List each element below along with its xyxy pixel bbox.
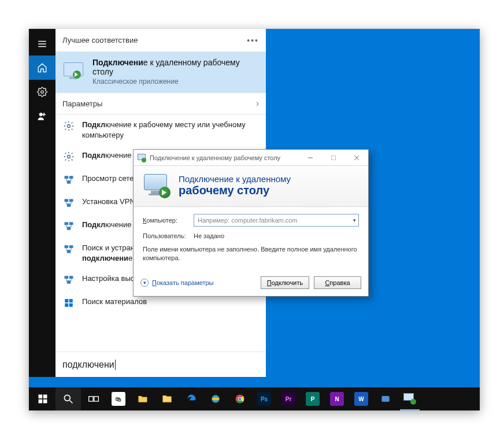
svg-point-51 — [64, 395, 70, 401]
net-icon — [62, 243, 75, 256]
dialog-titlebar[interactable]: Подключение к удаленному рабочему столу — [134, 150, 368, 166]
svg-rect-21 — [65, 222, 69, 225]
gear-icon — [62, 150, 75, 163]
result-item[interactable]: Подключение к рабочему месту или учебном… — [55, 114, 266, 145]
tool-app[interactable] — [373, 387, 398, 410]
svg-rect-54 — [94, 397, 99, 401]
rdc-icon — [62, 61, 86, 82]
rdc-small-icon — [137, 153, 146, 162]
ie-app[interactable] — [203, 387, 228, 410]
expand-icon: ▾ — [140, 279, 149, 287]
text-caret — [115, 360, 116, 370]
computer-combobox[interactable]: Например: computer.fabrikam.com ▾ — [194, 214, 359, 227]
svg-rect-23 — [67, 227, 71, 230]
publisher-app[interactable]: P — [301, 387, 325, 410]
taskbar: 🛍 Ps Pr P N W — [29, 387, 480, 410]
photoshop-app[interactable]: Ps — [252, 387, 276, 410]
connect-button[interactable]: Подключить — [261, 276, 309, 289]
desktop-frame: Лучшее соответствие ••• Подключение к уд… — [29, 29, 480, 410]
taskview-button[interactable] — [81, 387, 106, 410]
svg-rect-29 — [67, 250, 71, 253]
rdc-large-icon — [143, 173, 171, 198]
svg-rect-11 — [67, 181, 71, 184]
folder-app[interactable] — [131, 387, 155, 410]
svg-rect-41 — [65, 304, 68, 307]
svg-rect-40 — [69, 299, 73, 302]
svg-rect-47 — [39, 395, 43, 399]
svg-rect-34 — [69, 276, 73, 279]
best-match-text: Подключение к удаленному рабочему столу … — [92, 58, 259, 86]
svg-rect-28 — [69, 245, 73, 248]
svg-rect-6 — [42, 114, 46, 115]
premiere-app[interactable]: Pr — [276, 387, 301, 410]
win-icon — [62, 297, 75, 309]
svg-rect-17 — [67, 204, 71, 207]
rail-account[interactable] — [29, 104, 55, 128]
store-app[interactable]: 🛍 — [106, 387, 131, 410]
best-match-header: Лучшее соответствие ••• — [55, 29, 266, 52]
svg-rect-15 — [65, 199, 69, 202]
user-value: Не задано — [194, 232, 224, 239]
chrome-app[interactable] — [228, 387, 252, 410]
svg-rect-50 — [43, 399, 47, 404]
close-button[interactable] — [345, 150, 368, 166]
svg-rect-49 — [39, 399, 43, 404]
help-button[interactable]: Справка — [314, 276, 361, 289]
start-button[interactable] — [30, 387, 55, 410]
svg-rect-22 — [69, 222, 73, 225]
svg-point-8 — [68, 156, 71, 158]
user-row: Пользователь: Не задано — [143, 232, 359, 239]
show-options-link[interactable]: ▾ Показать параметры — [140, 279, 214, 287]
svg-rect-53 — [89, 397, 94, 401]
svg-rect-48 — [43, 395, 47, 399]
search-input[interactable]: подключени — [62, 360, 114, 370]
svg-rect-16 — [69, 199, 73, 202]
best-match-item[interactable]: Подключение к удаленному рабочему столу … — [55, 52, 266, 92]
user-label: Пользователь: — [143, 232, 188, 239]
parameters-header[interactable]: Параметры › — [55, 92, 266, 114]
minimize-button[interactable] — [299, 150, 322, 166]
svg-rect-62 — [381, 396, 389, 402]
start-rail — [29, 29, 55, 377]
rail-settings[interactable] — [29, 80, 55, 104]
computer-label: Компьютер: — [143, 217, 188, 224]
best-match-label: Лучшее соответствие — [62, 36, 138, 45]
svg-rect-33 — [65, 276, 69, 279]
svg-rect-39 — [65, 299, 68, 302]
edge-app[interactable] — [179, 387, 203, 410]
window-controls — [299, 150, 368, 166]
rail-home[interactable] — [29, 55, 55, 80]
svg-point-56 — [212, 398, 219, 401]
explorer-app[interactable] — [155, 387, 179, 410]
svg-point-7 — [68, 125, 71, 128]
rdc-app[interactable] — [398, 387, 422, 410]
hamburger-icon[interactable] — [29, 32, 55, 55]
svg-rect-9 — [65, 176, 69, 179]
search-button[interactable] — [55, 387, 81, 410]
net-icon — [62, 273, 75, 286]
svg-rect-44 — [332, 156, 336, 160]
word-app[interactable]: W — [349, 387, 373, 410]
more-icon[interactable]: ••• — [247, 36, 259, 45]
onenote-app[interactable]: N — [325, 387, 349, 410]
svg-point-4 — [39, 113, 43, 116]
maximize-button[interactable] — [322, 150, 345, 166]
svg-rect-10 — [69, 176, 73, 179]
svg-point-3 — [41, 91, 44, 94]
net-icon — [62, 173, 75, 186]
svg-rect-35 — [67, 281, 71, 284]
net-icon — [62, 197, 75, 209]
dialog-banner: Подключение к удаленному рабочему столу — [134, 166, 368, 207]
dialog-footer: ▾ Показать параметры Подключить Справка — [134, 271, 368, 296]
search-row[interactable]: подключени — [55, 351, 266, 377]
result-text: Подключение к рабочему месту или учебном… — [82, 120, 259, 140]
dialog-body: Компьютер: Например: computer.fabrikam.c… — [134, 207, 368, 271]
rdc-dialog: Подключение к удаленному рабочему столу … — [133, 149, 369, 297]
dialog-title: Подключение к удаленному рабочему столу — [134, 153, 280, 162]
dropdown-icon: ▾ — [353, 217, 356, 223]
svg-rect-42 — [69, 304, 73, 307]
svg-point-61 — [239, 398, 242, 401]
gear-icon — [62, 120, 75, 132]
computer-row: Компьютер: Например: computer.fabrikam.c… — [143, 214, 359, 227]
net-icon — [62, 220, 75, 232]
